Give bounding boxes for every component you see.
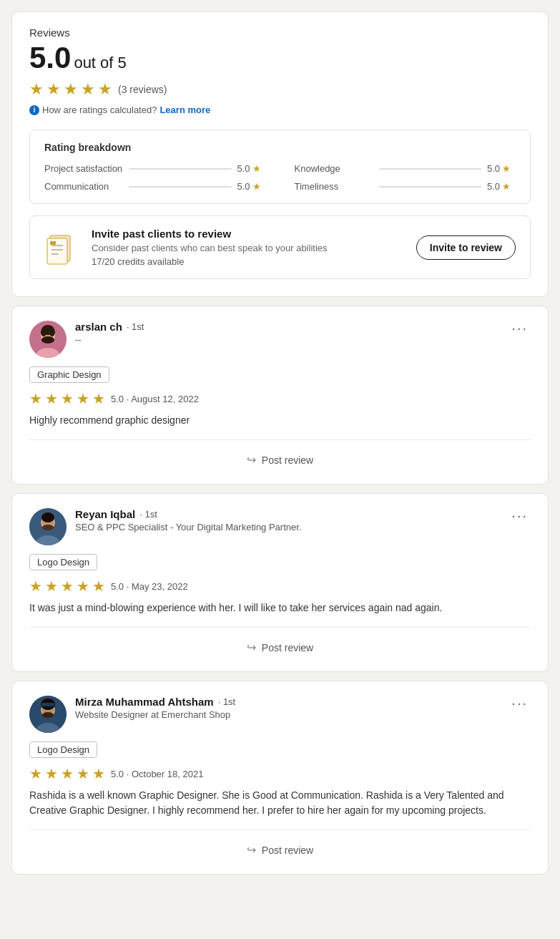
invite-to-review-button[interactable]: Invite to review bbox=[416, 235, 516, 260]
rating-label-knowledge: Knowledge bbox=[295, 163, 373, 174]
reviewer-name-2: Reyan Iqbal bbox=[75, 508, 135, 520]
star-2: ★ bbox=[46, 80, 61, 99]
avatar-mirza bbox=[29, 696, 67, 733]
avatar-reyan bbox=[29, 508, 67, 545]
reviewer-degree-3: · 1st bbox=[218, 696, 236, 707]
invite-section: Invite past clients to review Consider p… bbox=[29, 215, 531, 279]
review-star-2-2: ★ bbox=[45, 578, 58, 595]
stars-row: ★ ★ ★ ★ ★ (3 reviews) bbox=[29, 80, 531, 99]
post-review-icon-2: ↪ bbox=[247, 641, 256, 654]
invite-icon bbox=[44, 230, 80, 266]
post-review-label-3: Post review bbox=[262, 845, 313, 856]
review-stars-row-2: ★ ★ ★ ★ ★ 5.0 · May 23, 2022 bbox=[29, 578, 531, 595]
post-review-label-2: Post review bbox=[262, 642, 313, 653]
info-icon: i bbox=[29, 105, 39, 115]
rating-item-satisfaction: Project satisfaction 5.0 ★ bbox=[44, 163, 266, 174]
invite-text: Invite past clients to review Consider p… bbox=[92, 228, 405, 267]
rating-big-row: 5.0 out of 5 bbox=[29, 43, 531, 73]
more-options-button-3[interactable]: ··· bbox=[509, 696, 531, 710]
rating-breakdown-title: Rating breakdown bbox=[44, 142, 516, 153]
review-stars-row-3: ★ ★ ★ ★ ★ 5.0 · October 18, 2021 bbox=[29, 765, 531, 782]
reviewer-sub-3: Website Designer at Emerchant Shop bbox=[75, 709, 235, 720]
reviewer-degree-2: · 1st bbox=[139, 509, 157, 520]
review-star-1-5: ★ bbox=[92, 390, 105, 407]
reviewer-name-3: Mirza Muhammad Ahtsham bbox=[75, 696, 214, 708]
reviewer-row-3: Mirza Muhammad Ahtsham · 1st Website Des… bbox=[29, 696, 531, 733]
review-star-3-2: ★ bbox=[45, 765, 58, 782]
page-container: Reviews 5.0 out of 5 ★ ★ ★ ★ ★ (3 review… bbox=[11, 11, 549, 875]
review-star-2-4: ★ bbox=[77, 578, 89, 595]
post-review-button-1[interactable]: ↪ Post review bbox=[29, 450, 531, 470]
reviewer-info-1: arslan ch · 1st -- bbox=[29, 321, 144, 358]
how-ratings-row: i How are ratings calculated? Learn more bbox=[29, 104, 531, 115]
invite-credits: 17/20 credits available bbox=[92, 256, 405, 267]
rating-value-communication: 5.0 ★ bbox=[237, 181, 266, 192]
review-text-1: Highly recommend graphic designer bbox=[29, 413, 531, 428]
avatar-arslan-image bbox=[29, 321, 67, 358]
avatar-mirza-image bbox=[29, 696, 67, 733]
post-review-divider-3 bbox=[29, 829, 531, 830]
category-badge-3: Logo Design bbox=[29, 741, 97, 758]
review-card-2: Reyan Iqbal · 1st SEO & PPC Specialist -… bbox=[11, 493, 549, 672]
more-options-button-1[interactable]: ··· bbox=[509, 321, 531, 335]
overall-rating: 5.0 bbox=[29, 43, 71, 73]
rating-value-timeliness: 5.0 ★ bbox=[487, 181, 516, 192]
reviewer-info-3: Mirza Muhammad Ahtsham · 1st Website Des… bbox=[29, 696, 235, 733]
reviewer-sub-2: SEO & PPC Specialist - Your Digital Mark… bbox=[75, 522, 301, 532]
invite-illustration bbox=[44, 230, 80, 266]
rating-breakdown-section: Rating breakdown Project satisfaction 5.… bbox=[29, 130, 531, 204]
category-badge-1: Graphic Design bbox=[29, 366, 109, 383]
reviewer-details-3: Mirza Muhammad Ahtsham · 1st Website Des… bbox=[75, 696, 235, 720]
reviewer-degree-1: · 1st bbox=[127, 321, 144, 332]
star-1: ★ bbox=[29, 80, 44, 99]
review-text-3: Rashida is a well known Graphic Designer… bbox=[29, 788, 531, 818]
learn-more-link[interactable]: Learn more bbox=[159, 104, 210, 115]
rating-line-knowledge bbox=[379, 168, 482, 170]
svg-rect-5 bbox=[50, 241, 56, 245]
svg-point-18 bbox=[42, 525, 54, 530]
review-text-2: It was just a mind-blowing experience wi… bbox=[29, 600, 531, 616]
more-options-button-2[interactable]: ··· bbox=[509, 508, 531, 522]
rating-item-timeliness: Timeliness 5.0 ★ bbox=[295, 181, 516, 192]
category-badge-2: Logo Design bbox=[29, 554, 97, 570]
review-star-2-1: ★ bbox=[29, 578, 42, 595]
mini-star-timeliness: ★ bbox=[502, 181, 511, 192]
invite-title: Invite past clients to review bbox=[92, 228, 405, 240]
mini-star-knowledge: ★ bbox=[502, 163, 511, 174]
review-star-1-1: ★ bbox=[29, 390, 42, 407]
reviewer-details-1: arslan ch · 1st -- bbox=[75, 321, 144, 345]
rating-value-satisfaction: 5.0 ★ bbox=[237, 163, 266, 174]
invite-subtitle: Consider past clients who can best speak… bbox=[92, 243, 405, 253]
review-star-3-1: ★ bbox=[29, 765, 42, 782]
out-of-label: out of 5 bbox=[74, 54, 126, 72]
rating-line-satisfaction bbox=[129, 168, 232, 170]
reviewer-name-row-2: Reyan Iqbal · 1st bbox=[75, 508, 301, 520]
review-star-1-4: ★ bbox=[77, 390, 89, 407]
rating-label-timeliness: Timeliness bbox=[295, 181, 373, 192]
review-star-3-3: ★ bbox=[61, 765, 74, 782]
review-star-3-4: ★ bbox=[77, 765, 89, 782]
svg-point-12 bbox=[41, 336, 54, 344]
reviewer-info-2: Reyan Iqbal · 1st SEO & PPC Specialist -… bbox=[29, 508, 301, 545]
svg-rect-24 bbox=[41, 703, 54, 706]
post-review-button-2[interactable]: ↪ Post review bbox=[29, 638, 531, 657]
post-review-button-3[interactable]: ↪ Post review bbox=[29, 840, 531, 860]
review-star-1-3: ★ bbox=[61, 390, 74, 407]
rating-line-timeliness bbox=[379, 186, 482, 188]
review-star-2-5: ★ bbox=[92, 578, 105, 595]
star-4: ★ bbox=[81, 80, 95, 99]
reviews-header-card: Reviews 5.0 out of 5 ★ ★ ★ ★ ★ (3 review… bbox=[11, 11, 549, 297]
rating-label-communication: Communication bbox=[44, 181, 123, 192]
svg-point-25 bbox=[42, 712, 54, 718]
post-review-divider-1 bbox=[29, 439, 531, 440]
reviewer-sub-1: -- bbox=[75, 334, 144, 345]
reviewer-details-2: Reyan Iqbal · 1st SEO & PPC Specialist -… bbox=[75, 508, 301, 532]
post-review-divider-2 bbox=[29, 627, 531, 628]
reviewer-name-1: arslan ch bbox=[75, 321, 122, 333]
review-stars-row-1: ★ ★ ★ ★ ★ 5.0 · August 12, 2022 bbox=[29, 390, 531, 407]
rating-line-communication bbox=[129, 186, 232, 188]
reviewer-name-row-1: arslan ch · 1st bbox=[75, 321, 144, 333]
mini-star-satisfaction: ★ bbox=[252, 163, 261, 174]
star-5: ★ bbox=[98, 80, 112, 99]
reviewer-name-row-3: Mirza Muhammad Ahtsham · 1st bbox=[75, 696, 235, 708]
